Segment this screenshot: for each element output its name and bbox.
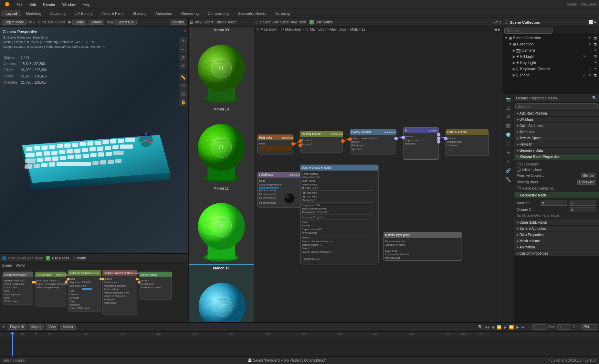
viewport-object-label[interactable]: Object <box>55 20 65 24</box>
fill-extra[interactable]: ○ <box>587 54 592 59</box>
section-add-rest-position[interactable]: ▶ Add Rest Position <box>514 110 599 117</box>
node-canvas[interactable]: 3D transformation Relation order YXZ Imp… <box>0 268 188 322</box>
viewport-select-label[interactable]: Select <box>36 20 46 24</box>
section-sphere-attributes[interactable]: ▶ Sphere Attributes <box>514 226 599 232</box>
timeline-ruler[interactable]: 0 10 20 40 80 120 160 200 250 300 340 38… <box>0 332 599 356</box>
bc-expand[interactable]: ◀ ▶ <box>494 28 501 31</box>
timeline-view-btn[interactable]: View <box>46 324 58 330</box>
force-load-checkbox[interactable] <box>517 186 521 190</box>
sc-camera[interactable]: 📷 <box>593 35 598 40</box>
section-open-subdivision[interactable]: ▶ Open SubDivision <box>514 220 599 226</box>
props-search-input[interactable] <box>515 103 598 109</box>
tab-animation[interactable]: Animation <box>151 10 177 17</box>
timeline-search[interactable]: 🔍 <box>478 325 483 329</box>
jump-back-btn[interactable]: ⏪ <box>496 325 502 330</box>
world-dropdown[interactable]: ▽ World <box>73 256 86 260</box>
use-nodes-checkbox[interactable]: ✓ <box>46 256 50 260</box>
skip-to-start-btn[interactable]: ⏮ <box>485 325 489 330</box>
end-frame-input[interactable] <box>581 324 597 330</box>
outliner-scene-collection[interactable]: ▼ ▣ Scene Collection 👁 📷 <box>503 35 599 41</box>
node-graph-node-label[interactable]: Node <box>298 20 307 24</box>
node-gr-value[interactable]: ⊕ <box>540 201 567 206</box>
tab-compositing[interactable]: Compositing <box>203 10 233 17</box>
jump-forward-btn[interactable]: ⏩ <box>509 325 514 330</box>
keying-btn[interactable]: Keying <box>29 324 44 330</box>
options-btn[interactable]: Options <box>170 20 186 25</box>
viewport-view-label[interactable]: View <box>28 20 35 24</box>
fill-cam[interactable]: 📷 <box>593 54 598 59</box>
render-item-motion12[interactable]: Motion 12 <box>189 264 254 322</box>
section-orbx-properties[interactable]: ▶ Orbx Properties <box>514 232 599 238</box>
tool-lock[interactable]: 🔒 <box>179 98 187 106</box>
current-frame-input[interactable] <box>532 324 546 330</box>
section-mesh-volume[interactable]: ▶ Mesh volume <box>514 238 599 244</box>
node-graph-select-label[interactable]: Select <box>280 20 290 24</box>
key-eye[interactable]: 👁 <box>593 60 598 65</box>
current-frame-indicator[interactable] <box>12 332 13 356</box>
marker-btn[interactable]: Marker <box>60 324 76 330</box>
outliner-plane[interactable]: ▶ ⬡ Plane △ 👁 📷 <box>511 72 599 78</box>
outliner-fill-light[interactable]: ▶ ☀ Fill Light 👁 ○ 📷 <box>511 53 599 60</box>
render-select-label[interactable]: Select <box>204 20 213 24</box>
outliner-camera[interactable]: ▶ 📷 Camera 👁 <box>511 47 599 53</box>
bc-main-body[interactable]: Main Body <box>261 28 277 31</box>
props-physics-icon[interactable]: ⚛ <box>504 158 513 166</box>
next-keyframe-btn[interactable]: ▶ <box>516 325 519 330</box>
props-output-icon[interactable]: 🖨 <box>504 104 513 112</box>
node-gr-extra[interactable]: ↩ <box>569 201 596 206</box>
node-graph-add-label[interactable]: Add <box>291 20 297 24</box>
section-animation[interactable]: ▶ Animation <box>514 244 599 250</box>
menu-edit[interactable]: Edit <box>27 2 39 7</box>
menu-render[interactable]: Render <box>40 2 58 7</box>
prev-keyframe-btn[interactable]: ◀ <box>491 325 494 330</box>
viewport-transform-btn[interactable]: Default <box>88 20 104 25</box>
section-texture-space[interactable]: ▶ Texture Space <box>514 135 599 141</box>
outliner-collection[interactable]: ▼ ▣ Collection 👁 📷 <box>507 41 599 47</box>
props-world-icon[interactable]: 🌍 <box>504 131 513 139</box>
node-graph-view-label[interactable]: View <box>271 20 279 24</box>
menu-window[interactable]: Window <box>60 2 78 7</box>
viewport-orientation-btn[interactable]: Global <box>72 20 87 25</box>
section-geometric-node-header[interactable]: ▼ Geometric Node <box>514 192 599 199</box>
tab-modeling[interactable]: Modeling <box>22 10 45 17</box>
col-cam[interactable]: 📷 <box>593 42 598 46</box>
render-item-motion09[interactable]: Motion 09 <box>189 27 254 106</box>
render-item-motion10[interactable]: Motion 10 <box>189 106 254 185</box>
node-editor-add[interactable]: Add <box>27 256 33 260</box>
section-geometry-data[interactable]: ▶ Geometry Data <box>514 148 599 154</box>
node-graph-object-label[interactable]: Object <box>260 20 270 24</box>
bc-main-body2[interactable]: Main Body <box>285 28 302 31</box>
props-view-icon[interactable]: 🖥 <box>504 113 513 121</box>
play-btn[interactable]: ▶ <box>504 325 507 330</box>
outliner-key-light[interactable]: ▶ ☀ Key Light 👁 <box>511 60 599 66</box>
sc-eye[interactable]: 👁 <box>587 35 592 40</box>
cam-eye[interactable]: 👁 <box>593 48 598 53</box>
render-view-label[interactable]: View <box>195 20 202 24</box>
section-remesh[interactable]: ▶ Remesh <box>514 141 599 148</box>
render-item-motion11[interactable]: Motion 11 <box>189 185 254 264</box>
skip-to-end-btn[interactable]: ⏭ <box>521 325 525 330</box>
tool-rotate[interactable]: ↺ <box>179 54 187 61</box>
hide-mesh-checkbox[interactable] <box>517 162 521 166</box>
blender-logo[interactable]: 🟠 <box>2 1 12 7</box>
tool-move[interactable]: ↔ <box>179 45 187 53</box>
node-editor-select[interactable]: Select <box>17 256 26 260</box>
infinite-plane-checkbox[interactable] <box>517 168 521 172</box>
section-custom-properties[interactable]: ▶ Custom Properties <box>514 250 599 257</box>
node-editor-node[interactable]: Node <box>35 256 43 260</box>
section-color-attributes[interactable]: ▶ Color Attributes <box>514 123 599 129</box>
breadcrumb-scene[interactable]: Scene <box>2 264 12 267</box>
outliner-keyboard-control[interactable]: ▶ ⬡ Keyboard Control △ 👁 <box>511 66 599 72</box>
winding-order-dropdown[interactable]: Clockwise <box>577 180 596 185</box>
plane-eye[interactable]: 👁 <box>587 73 592 77</box>
octane-g-value[interactable]: ⊕ <box>569 207 596 212</box>
tab-shading[interactable]: Shading <box>128 10 150 17</box>
start-frame-input[interactable] <box>557 324 571 330</box>
tab-sculpting[interactable]: Sculpting <box>46 10 70 17</box>
section-attributes[interactable]: ▶ Attributes <box>514 129 599 135</box>
render-catalog-label[interactable]: Catalog <box>214 20 226 24</box>
viewport-canvas[interactable]: Camera Perspective (1) Scene Collection … <box>0 27 188 253</box>
props-render-icon[interactable]: 📷 <box>504 95 513 103</box>
playback-btn[interactable]: Playback <box>8 324 27 330</box>
viewport-mode-btn[interactable]: Object Mode <box>2 20 27 25</box>
